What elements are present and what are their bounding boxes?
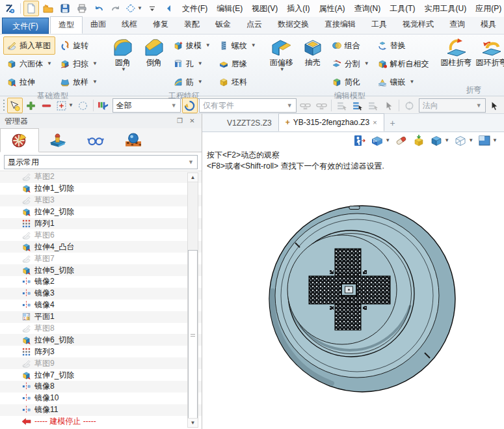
ribbon-tab-钣金[interactable]: 钣金 xyxy=(207,16,239,33)
panel-close-button[interactable]: ✕ xyxy=(187,117,197,126)
ribbon-button-放样[interactable]: 放样▼ xyxy=(57,73,101,91)
file-menu-button[interactable]: 文件(F) xyxy=(2,18,49,34)
exit-person-button[interactable] xyxy=(352,133,367,148)
close-tab-button[interactable]: × xyxy=(373,118,377,126)
ribbon-button-替换[interactable]: 替换 xyxy=(374,36,432,55)
menu-8[interactable]: 实用工具(U) xyxy=(420,0,471,17)
ribbon-button-圆柱折弯[interactable]: 圆柱折弯 xyxy=(439,36,474,67)
tree-item-拉伸5_切除[interactable]: 拉伸5_切除 xyxy=(0,264,202,276)
ribbon-button-分割[interactable]: 分割▼ xyxy=(328,55,373,73)
pick-scope-dropdown[interactable]: 仅有零件▼ xyxy=(199,98,297,113)
part-filter-button[interactable] xyxy=(182,98,198,113)
menu-5[interactable]: 属性(A) xyxy=(315,0,350,17)
ribbon-button-扫掠[interactable]: 扫掠▼ xyxy=(57,55,101,73)
ribbon-tab-装配[interactable]: 装配 xyxy=(176,16,207,33)
menu-7[interactable]: 工具(T) xyxy=(385,0,419,17)
manager-tab-history[interactable] xyxy=(0,128,39,152)
tree-item-镜像2[interactable]: 镜像2 xyxy=(0,276,202,288)
manager-tab-visibility[interactable] xyxy=(77,128,114,152)
tree-scrollbar[interactable]: ▲ ▼ xyxy=(187,173,198,428)
tree-item-镜像11[interactable]: 镜像11 xyxy=(0,404,202,416)
ribbon-button-插入草图[interactable]: 插入草图 xyxy=(3,36,55,55)
ribbon-button-拉伸[interactable]: 拉伸 xyxy=(3,73,55,91)
tree-item-拉伸2_切除[interactable]: 拉伸2_切除 xyxy=(0,206,202,218)
tree-item-镜像4[interactable]: 镜像4 xyxy=(0,299,202,311)
menu-1[interactable]: 文件(F) xyxy=(178,0,212,17)
tree-item-镜像10[interactable]: 镜像10 xyxy=(0,393,202,404)
machine-input-button[interactable]: ▼ xyxy=(369,133,391,148)
link-toggle-button[interactable] xyxy=(298,98,313,113)
tree-item-草图8[interactable]: 草图8 xyxy=(0,323,202,335)
reorient-button[interactable] xyxy=(401,98,417,113)
undo-button[interactable] xyxy=(91,1,107,16)
ribbon-button-螺纹[interactable]: 螺纹▼ xyxy=(215,36,259,55)
menu-6[interactable]: 查询(N) xyxy=(350,0,386,17)
shaded-cube-button[interactable]: ▼ xyxy=(429,133,451,148)
menu-9[interactable]: 应用(P) xyxy=(471,0,504,17)
pick-from-list-button[interactable] xyxy=(334,98,349,113)
ribbon-button-面偏移[interactable]: 面偏移▼ xyxy=(266,36,297,72)
tree-item-草图7[interactable]: 草图7 xyxy=(0,253,202,264)
open-doc-button[interactable] xyxy=(40,1,56,16)
wire-cube-button[interactable]: ▼ xyxy=(453,133,475,148)
ribbon-button-倒角[interactable]: 倒角 xyxy=(139,36,170,67)
tree-item-草图3[interactable]: 草图3 xyxy=(0,195,202,206)
document-tab-YB-315-2fengzhao.Z3[interactable]: +YB-315-2fengzhao.Z3× xyxy=(278,113,384,131)
toolbar-drag-handle[interactable] xyxy=(3,99,6,112)
pick-button[interactable] xyxy=(7,98,23,113)
customize-toolbar-button[interactable] xyxy=(144,1,160,16)
tree-item-拉伸4_凸台[interactable]: 拉伸4_凸台 xyxy=(0,241,202,253)
tree-item-拉伸7_切除[interactable]: 拉伸7_切除 xyxy=(0,369,202,381)
app-logo-button[interactable] xyxy=(2,1,18,16)
pick-last-button[interactable] xyxy=(349,98,365,113)
tree-item-镜像3[interactable]: 镜像3 xyxy=(0,288,202,299)
ribbon-button-六面体[interactable]: 六面体▼ xyxy=(3,55,55,73)
redo-button[interactable] xyxy=(108,1,124,16)
ribbon-button-抽壳[interactable]: 抽壳 xyxy=(297,36,328,67)
cursor-mode-button[interactable] xyxy=(487,98,503,113)
select-set-button[interactable]: ▼ xyxy=(125,1,143,16)
panel-restore-button[interactable]: ❐ xyxy=(175,117,185,126)
ribbon-button-筋[interactable]: 筋▼ xyxy=(170,73,214,91)
view-layout-button[interactable]: ▼ xyxy=(477,133,499,148)
add-to-selection-button[interactable] xyxy=(23,98,38,113)
menu-3[interactable]: 视图(V) xyxy=(247,0,282,17)
regen-box-button[interactable] xyxy=(411,133,427,148)
pick-cursor-button[interactable] xyxy=(381,98,397,113)
menu-2[interactable]: 编辑(E) xyxy=(212,0,247,17)
ribbon-button-解析自相交[interactable]: 解析自相交 xyxy=(374,55,432,73)
ribbon-tab-修复[interactable]: 修复 xyxy=(145,16,176,33)
ribbon-tab-数据交换[interactable]: 数据交换 xyxy=(270,16,317,33)
filter-scope-dropdown[interactable]: 全部▼ xyxy=(113,98,181,113)
ribbon-tab-点云[interactable]: 点云 xyxy=(239,16,270,33)
manager-tab-constraint[interactable] xyxy=(39,128,77,152)
ribbon-tab-工具[interactable]: 工具 xyxy=(364,16,395,33)
tree-item-拉伸6_切除[interactable]: 拉伸6_切除 xyxy=(0,334,202,346)
tree-item-镜像8[interactable]: 镜像8 xyxy=(0,381,202,393)
ribbon-button-唇缘[interactable]: 唇缘 xyxy=(215,55,259,73)
tree-item-平面1[interactable]: 123平面1 xyxy=(0,311,202,323)
new-doc-button[interactable] xyxy=(23,1,39,16)
tree-item-拉伸1_切除[interactable]: 拉伸1_切除 xyxy=(0,183,202,195)
collapse-ribbon-button[interactable] xyxy=(161,1,177,16)
tree-item-阵列3[interactable]: 阵列3 xyxy=(0,346,202,357)
selection-filter-button[interactable] xyxy=(96,98,111,113)
ribbon-button-旋转[interactable]: 旋转 xyxy=(57,36,101,55)
ribbon-button-孔[interactable]: 孔▼ xyxy=(170,55,214,73)
scroll-up-button[interactable]: ▲ xyxy=(188,173,198,182)
ribbon-tab-造型[interactable]: 造型 xyxy=(50,16,83,34)
ribbon-button-圆环折弯[interactable]: 圆环折弯 xyxy=(474,36,504,67)
document-tab-V1ZZT2S.Z3[interactable]: V1ZZT2S.Z3 xyxy=(220,115,278,131)
tree-item-草图9[interactable]: 草图9 xyxy=(0,357,202,369)
remove-from-selection-button[interactable] xyxy=(38,98,54,113)
eraser-button[interactable] xyxy=(393,133,409,148)
lasso-select-button[interactable] xyxy=(75,98,90,113)
save-doc-button[interactable] xyxy=(57,1,73,16)
ribbon-tab-查询[interactable]: 查询 xyxy=(442,16,473,33)
ribbon-tab-视觉样式[interactable]: 视觉样式 xyxy=(395,16,442,33)
manager-tab-render[interactable] xyxy=(114,128,152,152)
window-select-button[interactable]: ▼ xyxy=(55,98,75,113)
ribbon-button-简化[interactable]: 简化 xyxy=(328,73,373,91)
history-filter-dropdown[interactable]: 显示常用 ▼ xyxy=(4,155,198,169)
ribbon-tab-模具[interactable]: 模具 xyxy=(473,16,504,33)
